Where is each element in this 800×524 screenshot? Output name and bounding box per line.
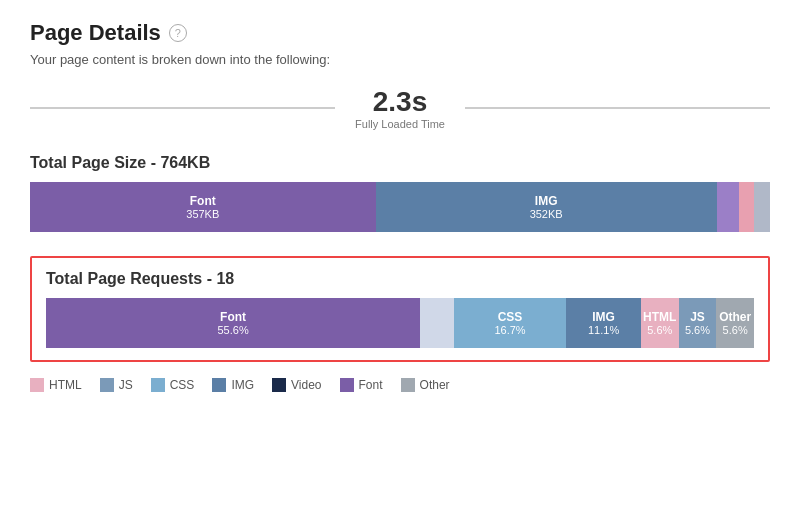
size-bar-segment bbox=[717, 182, 739, 232]
requests-section-header: Total Page Requests - 18 bbox=[46, 270, 754, 288]
legend-label: Font bbox=[359, 378, 383, 392]
page-title-row: Page Details ? bbox=[30, 20, 770, 46]
requests-bar-segment: JS5.6% bbox=[679, 298, 717, 348]
requests-section: Total Page Requests - 18 Font55.6%CSS16.… bbox=[30, 256, 770, 362]
timeline-section: 2.3s Fully Loaded Time bbox=[30, 87, 770, 130]
help-icon[interactable]: ? bbox=[169, 24, 187, 42]
legend-item: CSS bbox=[151, 378, 195, 392]
legend-label: IMG bbox=[231, 378, 254, 392]
timeline-label: 2.3s Fully Loaded Time bbox=[335, 87, 465, 130]
legend-item: Other bbox=[401, 378, 450, 392]
legend-color-swatch bbox=[100, 378, 114, 392]
legend-color-swatch bbox=[151, 378, 165, 392]
requests-bar-segment: CSS16.7% bbox=[454, 298, 566, 348]
size-bar-segment: Font357KB bbox=[30, 182, 376, 232]
legend-item: HTML bbox=[30, 378, 82, 392]
legend-color-swatch bbox=[401, 378, 415, 392]
legend-label: HTML bbox=[49, 378, 82, 392]
page-title: Page Details bbox=[30, 20, 161, 46]
size-bar-segment bbox=[754, 182, 770, 232]
legend-label: CSS bbox=[170, 378, 195, 392]
subtitle: Your page content is broken down into th… bbox=[30, 52, 770, 67]
legend-item: IMG bbox=[212, 378, 254, 392]
requests-bar-segment: IMG11.1% bbox=[566, 298, 641, 348]
timeline-desc: Fully Loaded Time bbox=[355, 118, 445, 130]
size-bar: Font357KBIMG352KB bbox=[30, 182, 770, 232]
requests-bar-segment: Other5.6% bbox=[716, 298, 754, 348]
size-section-header: Total Page Size - 764KB bbox=[30, 154, 770, 172]
legend-label: Other bbox=[420, 378, 450, 392]
legend-item: Video bbox=[272, 378, 321, 392]
requests-bar-segment: HTML5.6% bbox=[641, 298, 679, 348]
legend-color-swatch bbox=[340, 378, 354, 392]
requests-bar: Font55.6%CSS16.7%IMG11.1%HTML5.6%JS5.6%O… bbox=[46, 298, 754, 348]
timeline-time: 2.3s bbox=[355, 87, 445, 118]
legend-item: JS bbox=[100, 378, 133, 392]
size-bar-segment bbox=[739, 182, 754, 232]
legend-label: JS bbox=[119, 378, 133, 392]
legend-color-swatch bbox=[30, 378, 44, 392]
requests-bar-segment: Font55.6% bbox=[46, 298, 420, 348]
legend: HTMLJSCSSIMGVideoFontOther bbox=[30, 378, 770, 392]
legend-color-swatch bbox=[212, 378, 226, 392]
legend-label: Video bbox=[291, 378, 321, 392]
legend-item: Font bbox=[340, 378, 383, 392]
legend-color-swatch bbox=[272, 378, 286, 392]
requests-bar-segment bbox=[420, 298, 454, 348]
size-bar-segment: IMG352KB bbox=[376, 182, 717, 232]
